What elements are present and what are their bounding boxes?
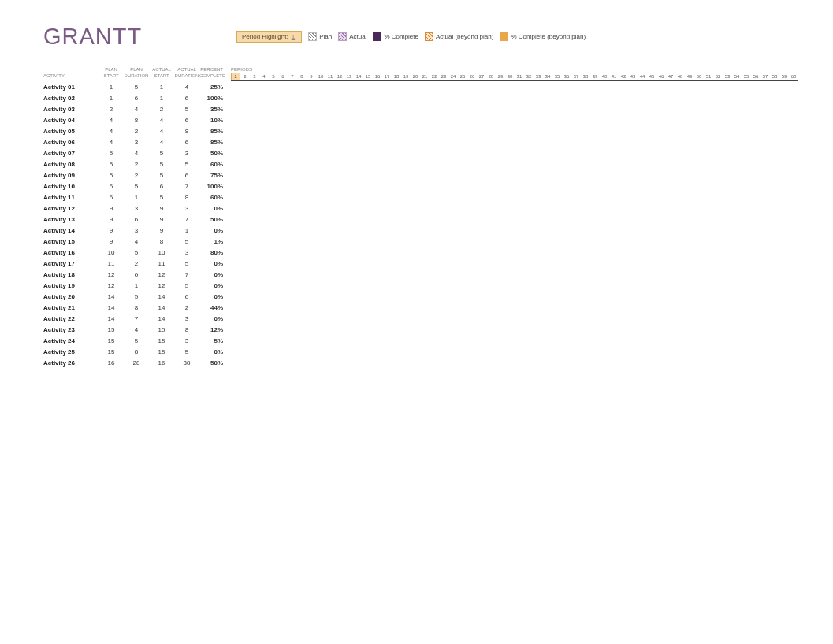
period-number: 49 xyxy=(685,73,694,80)
legend-item-plan: Plan xyxy=(308,32,332,41)
table-row: Activity 2114814244% xyxy=(43,302,226,313)
cell-actual-start: 2 xyxy=(149,106,174,113)
period-number: 5 xyxy=(269,73,278,80)
cell-plan-start: 9 xyxy=(99,238,124,245)
cell-actual-duration: 2 xyxy=(174,304,199,311)
period-number: 47 xyxy=(666,73,675,80)
cell-activity: Activity 11 xyxy=(43,194,99,201)
cell-actual-start: 5 xyxy=(149,172,174,179)
cell-plan-start: 15 xyxy=(99,337,124,344)
period-number: 45 xyxy=(647,73,656,80)
cell-plan-start: 6 xyxy=(99,194,124,201)
table-row: Activity 201451460% xyxy=(43,291,226,302)
cell-plan-duration: 5 xyxy=(124,337,149,344)
cell-percent-complete: 0% xyxy=(199,271,226,278)
cell-activity: Activity 15 xyxy=(43,238,99,245)
cell-actual-duration: 5 xyxy=(174,348,199,356)
period-number: 16 xyxy=(373,73,382,80)
table-row: Activity 261628163050% xyxy=(43,357,226,368)
cell-percent-complete: 35% xyxy=(199,106,226,113)
cell-activity: Activity 01 xyxy=(43,84,99,91)
cell-percent-complete: 1% xyxy=(199,238,226,245)
cell-plan-duration: 4 xyxy=(124,326,149,333)
cell-plan-duration: 28 xyxy=(124,359,149,367)
period-number: 12 xyxy=(335,73,344,80)
cell-plan-start: 12 xyxy=(99,271,124,278)
cell-percent-complete: 100% xyxy=(199,183,226,190)
period-number: 32 xyxy=(524,73,534,80)
period-number: 59 xyxy=(779,73,789,80)
actual-beyond-swatch-icon xyxy=(425,32,433,41)
table-row: Activity 05424885% xyxy=(43,125,226,136)
cell-actual-duration: 8 xyxy=(174,326,199,333)
period-number: 57 xyxy=(760,73,770,80)
cell-actual-start: 5 xyxy=(149,161,174,168)
cell-actual-duration: 7 xyxy=(174,183,199,190)
period-number: 28 xyxy=(486,73,496,80)
table-row: Activity 1610510380% xyxy=(43,247,226,258)
cell-plan-duration: 6 xyxy=(124,271,149,278)
cell-plan-duration: 8 xyxy=(124,304,149,311)
period-number: 15 xyxy=(363,73,373,80)
cell-plan-duration: 8 xyxy=(124,348,149,356)
cell-actual-start: 5 xyxy=(149,150,174,157)
cell-plan-duration: 7 xyxy=(124,315,149,322)
cell-plan-start: 4 xyxy=(99,139,124,146)
cell-actual-duration: 6 xyxy=(174,172,199,179)
cell-percent-complete: 100% xyxy=(199,95,226,102)
cell-percent-complete: 0% xyxy=(199,260,226,267)
cell-activity: Activity 22 xyxy=(43,315,99,322)
cell-actual-start: 5 xyxy=(149,194,174,201)
table-row: Activity 106567100% xyxy=(43,181,226,192)
cell-percent-complete: 60% xyxy=(199,194,226,201)
cell-percent-complete: 0% xyxy=(199,282,226,289)
period-number: 14 xyxy=(354,73,363,80)
period-highlight-box[interactable]: Period Highlight: 1 xyxy=(236,31,302,43)
period-number: 27 xyxy=(477,73,486,80)
cell-actual-start: 12 xyxy=(149,271,174,278)
table-row: Activity 08525560% xyxy=(43,158,226,169)
legend-actual-beyond-label: Actual (beyond plan) xyxy=(436,33,493,40)
cell-activity: Activity 25 xyxy=(43,348,99,356)
period-number: 1 xyxy=(231,73,240,80)
cell-plan-duration: 2 xyxy=(124,172,149,179)
period-highlight-value: 1 xyxy=(292,33,295,40)
cell-plan-duration: 4 xyxy=(124,238,149,245)
cell-plan-start: 2 xyxy=(99,106,124,113)
cell-activity: Activity 23 xyxy=(43,326,99,333)
cell-plan-duration: 3 xyxy=(124,205,149,212)
period-number: 41 xyxy=(609,73,619,80)
cell-actual-duration: 3 xyxy=(174,337,199,344)
period-number: 30 xyxy=(505,73,515,80)
table-row: Activity 04484610% xyxy=(43,114,226,125)
cell-plan-start: 5 xyxy=(99,161,124,168)
cell-plan-start: 15 xyxy=(99,326,124,333)
table-row: Activity 221471430% xyxy=(43,313,226,324)
period-number: 38 xyxy=(581,73,590,80)
cell-activity: Activity 08 xyxy=(43,161,99,168)
legend: Period Highlight: 1 Plan Actual % Comple… xyxy=(236,31,586,43)
period-number: 11 xyxy=(325,73,335,80)
period-number: 56 xyxy=(751,73,760,80)
period-number: 44 xyxy=(638,73,647,80)
cell-activity: Activity 02 xyxy=(43,95,99,102)
cell-plan-start: 9 xyxy=(99,205,124,212)
period-number: 35 xyxy=(552,73,562,80)
cell-percent-complete: 0% xyxy=(199,205,226,212)
period-number: 48 xyxy=(675,73,685,80)
table-row: Activity 181261270% xyxy=(43,269,226,280)
period-number: 60 xyxy=(789,73,798,80)
period-number: 10 xyxy=(316,73,325,80)
pct-complete-swatch-icon xyxy=(373,32,381,41)
legend-plan-label: Plan xyxy=(319,33,332,40)
header-percent-complete: PERCENTCOMPLETE xyxy=(199,66,226,79)
cell-actual-duration: 8 xyxy=(174,194,199,201)
header-plan-duration: PLANDURATION xyxy=(124,66,149,79)
cell-plan-start: 15 xyxy=(99,348,124,356)
cell-actual-duration: 5 xyxy=(174,238,199,245)
cell-plan-start: 11 xyxy=(99,260,124,267)
cell-activity: Activity 18 xyxy=(43,271,99,278)
cell-plan-start: 9 xyxy=(99,227,124,234)
cell-percent-complete: 60% xyxy=(199,161,226,168)
cell-activity: Activity 16 xyxy=(43,249,99,256)
